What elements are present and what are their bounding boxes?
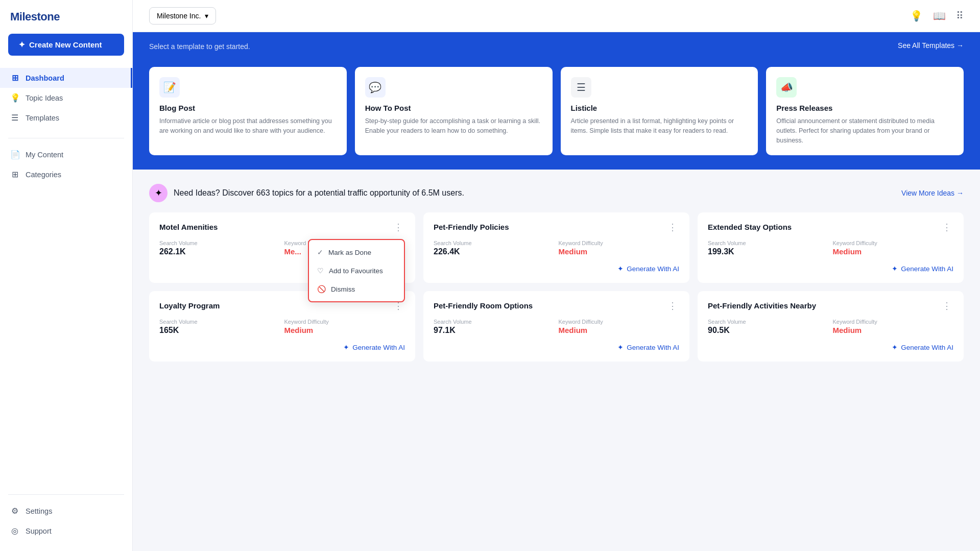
topic-card-motel-amenities: Motel Amenities ⋮ Search Volume 262.1K K… <box>149 212 415 283</box>
template-icon: ☰ <box>10 113 19 123</box>
generate-with-ai-button-extended-stay-options[interactable]: ✦ Generate With AI <box>892 265 953 273</box>
context-menu-dismiss[interactable]: 🚫 Dismiss <box>309 280 404 298</box>
topic-header: Pet-Friendly Policies ⋮ <box>434 223 679 232</box>
generate-with-ai-button-pet-friendly-policies[interactable]: ✦ Generate With AI <box>617 265 679 273</box>
sidebar-item-my-content[interactable]: 📄 My Content <box>0 145 132 164</box>
press-releases-title: Press Releases <box>776 104 953 112</box>
bulb-icon[interactable]: 💡 <box>910 10 923 22</box>
generate-with-ai-button-pet-friendly-room-options[interactable]: ✦ Generate With AI <box>617 343 679 351</box>
topics-grid: Motel Amenities ⋮ Search Volume 262.1K K… <box>149 212 964 362</box>
lightbulb-icon: 💡 <box>10 93 19 103</box>
how-to-post-icon: 💬 <box>365 77 386 98</box>
generate-with-ai-button-loyalty-program[interactable]: ✦ Generate With AI <box>343 343 405 351</box>
sidebar-item-templates[interactable]: ☰ Templates <box>0 108 132 128</box>
topic-stats: Search Volume 199.3K Keyword Difficulty … <box>708 240 953 256</box>
topic-card-footer: ✦ Generate With AI <box>434 265 679 273</box>
topic-header: Pet-Friendly Activities Nearby ⋮ <box>708 301 953 310</box>
keyword-difficulty-stat: Keyword Difficulty Medium <box>559 319 680 335</box>
topic-card-footer: ✦ Generate With AI <box>434 343 679 351</box>
keyword-difficulty-stat: Keyword Difficulty Medium <box>833 240 954 256</box>
context-menu-mark-done[interactable]: ✓ Mark as Done <box>309 243 404 261</box>
book-icon[interactable]: 📖 <box>933 10 946 22</box>
nav-divider-2 <box>8 494 124 495</box>
topbar: Milestone Inc. ▾ 💡 📖 ⠿ <box>133 0 980 32</box>
topic-card-pet-friendly-room-options: Pet-Friendly Room Options ⋮ Search Volum… <box>423 291 689 362</box>
topic-card-footer: ✦ Generate With AI <box>708 265 953 273</box>
context-menu: ✓ Mark as Done ♡ Add to Favourites 🚫 Dis… <box>308 239 405 302</box>
generate-with-ai-button-pet-friendly-activities-nearby[interactable]: ✦ Generate With AI <box>892 343 953 351</box>
view-more-ideas-link[interactable]: View More Ideas → <box>901 189 964 197</box>
topic-card-pet-friendly-activities-nearby: Pet-Friendly Activities Nearby ⋮ Search … <box>698 291 964 362</box>
topic-card-extended-stay-options: Extended Stay Options ⋮ Search Volume 19… <box>698 212 964 283</box>
sidebar-item-settings[interactable]: ⚙ Settings <box>0 501 132 521</box>
checkmark-icon: ✓ <box>317 248 323 256</box>
topic-stats: Search Volume 226.4K Keyword Difficulty … <box>434 240 679 256</box>
org-selector[interactable]: Milestone Inc. ▾ <box>149 7 216 25</box>
topic-title: Pet-Friendly Activities Nearby <box>708 301 816 310</box>
topic-card-footer: ✦ Generate With AI <box>159 343 405 351</box>
search-volume-stat: Search Volume 262.1K <box>159 240 280 256</box>
sidebar-item-topic-ideas[interactable]: 💡 Topic Ideas <box>0 88 132 108</box>
topic-menu-button-pet-friendly-room-options[interactable]: ⋮ <box>666 301 679 310</box>
topic-header: Loyalty Program ⋮ <box>159 301 405 310</box>
blog-post-title: Blog Post <box>159 104 337 112</box>
apps-icon[interactable]: ⠿ <box>956 10 964 22</box>
sidebar-item-support[interactable]: ◎ Support <box>0 521 132 541</box>
sidebar-item-dashboard[interactable]: ⊞ Dashboard <box>0 68 132 88</box>
topic-card-footer: ✦ Generate With AI <box>708 343 953 351</box>
see-all-templates-link[interactable]: See All Templates → <box>898 41 964 50</box>
template-card-how-to-post[interactable]: 💬 How To Post Step-by-step guide for acc… <box>355 67 553 155</box>
topic-menu-button-pet-friendly-policies[interactable]: ⋮ <box>666 223 679 232</box>
how-to-post-title: How To Post <box>365 104 542 112</box>
ideas-icon: ✦ <box>149 184 168 202</box>
topic-stats: Search Volume 97.1K Keyword Difficulty M… <box>434 319 679 335</box>
sidebar: Milestone ✦ Create New Content ⊞ Dashboa… <box>0 0 133 551</box>
keyword-difficulty-stat: Keyword Difficulty Medium <box>833 319 954 335</box>
topic-menu-button-pet-friendly-activities-nearby[interactable]: ⋮ <box>940 301 953 310</box>
topic-menu-button-loyalty-program[interactable]: ⋮ <box>392 301 405 310</box>
gear-icon: ⚙ <box>10 506 19 516</box>
topic-card-pet-friendly-policies: Pet-Friendly Policies ⋮ Search Volume 22… <box>423 212 689 283</box>
support-icon: ◎ <box>10 526 19 536</box>
nav-divider <box>8 138 124 138</box>
create-new-content-button[interactable]: ✦ Create New Content <box>8 34 124 56</box>
search-volume-stat: Search Volume 90.5K <box>708 319 829 335</box>
topic-menu-button-motel-amenities[interactable]: ⋮ <box>392 223 405 232</box>
context-menu-add-favourites[interactable]: ♡ Add to Favourites <box>309 261 404 280</box>
blog-post-icon: 📝 <box>159 77 180 98</box>
topic-title: Loyalty Program <box>159 301 220 310</box>
template-card-press-releases[interactable]: 📣 Press Releases Official announcement o… <box>766 67 964 155</box>
search-volume-stat: Search Volume 199.3K <box>708 240 829 256</box>
banner-subtitle: Select a template to get started. <box>149 42 250 51</box>
sidebar-item-categories[interactable]: ⊞ Categories <box>0 164 132 184</box>
templates-row: 📝 Blog Post Informative article or blog … <box>149 67 964 155</box>
sparkle-icon: ✦ <box>892 343 898 351</box>
sparkle-icon: ✦ <box>892 265 898 273</box>
press-releases-desc: Official announcement or statement distr… <box>776 116 953 145</box>
ideas-header: ✦ Need Ideas? Discover 663 topics for a … <box>149 184 964 202</box>
template-card-blog-post[interactable]: 📝 Blog Post Informative article or blog … <box>149 67 347 155</box>
topic-title: Extended Stay Options <box>708 223 792 231</box>
ideas-headline: ✦ Need Ideas? Discover 663 topics for a … <box>149 184 464 202</box>
listicle-title: Listicle <box>571 104 748 112</box>
dashboard-icon: ⊞ <box>10 73 19 83</box>
sparkle-icon: ✦ <box>617 343 624 351</box>
topic-menu-button-extended-stay-options[interactable]: ⋮ <box>940 223 953 232</box>
how-to-post-desc: Step-by-step guide for accomplishing a t… <box>365 116 542 136</box>
topic-stats: Search Volume 165K Keyword Difficulty Me… <box>159 319 405 335</box>
topic-header: Pet-Friendly Room Options ⋮ <box>434 301 679 310</box>
main-content: Milestone Inc. ▾ 💡 📖 ⠿ Select a template… <box>133 0 980 551</box>
template-card-listicle[interactable]: ☰ Listicle Article presented in a list f… <box>561 67 758 155</box>
org-name: Milestone Inc. <box>157 12 201 20</box>
heart-icon: ♡ <box>317 267 324 275</box>
search-volume-stat: Search Volume 97.1K <box>434 319 555 335</box>
app-logo: Milestone <box>0 10 132 34</box>
listicle-desc: Article presented in a list format, high… <box>571 116 748 136</box>
content-area: ✦ Need Ideas? Discover 663 topics for a … <box>133 170 980 551</box>
templates-banner: Select a template to get started. See Al… <box>133 32 980 170</box>
grid-icon: ⊞ <box>10 170 19 179</box>
topic-title: Pet-Friendly Policies <box>434 223 509 231</box>
topic-title: Pet-Friendly Room Options <box>434 301 533 310</box>
ideas-headline-text: Need Ideas? Discover 663 topics for a po… <box>174 188 464 198</box>
press-releases-icon: 📣 <box>776 77 797 98</box>
